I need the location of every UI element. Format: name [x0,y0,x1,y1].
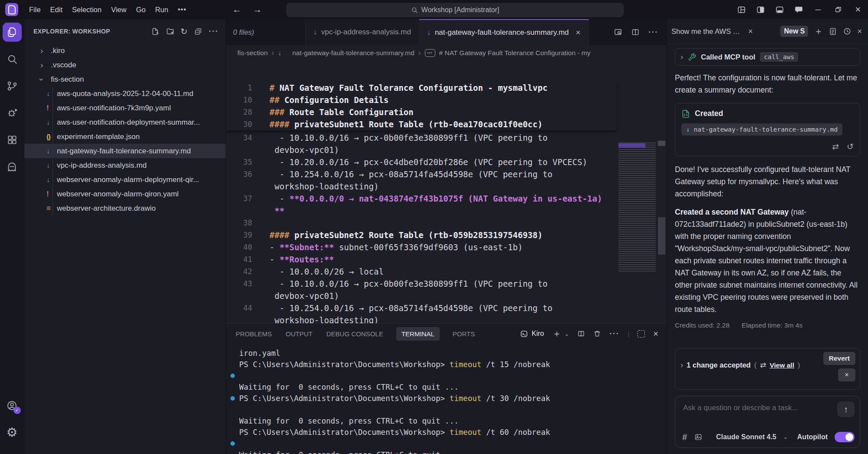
breadcrumb-folder[interactable]: fis-section [237,49,268,57]
split-editor-icon[interactable] [631,28,640,36]
toggle-sidebar-icon[interactable] [751,0,770,19]
chevron-down-icon[interactable]: ⌄ [783,434,788,440]
chat-session-tab[interactable]: Show me the AWS CLI ... [671,27,744,36]
window-restore-button[interactable] [828,0,848,19]
context-hash-icon[interactable]: # [682,432,687,442]
settings-gear-icon[interactable]: ⚙ [3,423,22,442]
tab-partial[interactable]: 0 files) [226,19,306,45]
explorer-activity-icon[interactable] [3,23,22,42]
tree-row[interactable]: .vscode [24,58,226,72]
close-panel-icon[interactable]: × [653,329,658,339]
undo-icon[interactable]: ↺ [847,142,854,152]
breadcrumb-symbol[interactable]: # NAT Gateway Fault Tolerance Configurat… [439,49,591,57]
chat-input[interactable] [682,403,827,413]
panel-tab[interactable]: OUTPUT [285,328,313,340]
editor-tab[interactable]: vpc-ip-address-analysis.md [306,19,419,45]
close-chat-panel-icon[interactable]: × [857,27,862,36]
kill-terminal-icon[interactable] [593,330,601,338]
terminal-instance[interactable]: Kiro [520,330,544,338]
tree-row[interactable]: nat-gateway-fault-tolerance-summary.md [24,144,226,158]
search-activity-icon[interactable] [3,50,22,69]
nav-forward-icon[interactable]: → [253,4,262,15]
panel-tab[interactable]: PORTS [452,328,476,340]
add-session-icon[interactable]: ＋ [814,25,823,37]
diff-icon[interactable]: ⇄ [832,142,839,152]
code-editor[interactable]: 1 # NAT Gateway Fault Tolerance Configur… [226,80,667,323]
dismiss-changes-button[interactable]: × [838,368,855,381]
line-number [226,290,252,302]
menu-item[interactable]: Selection [67,3,106,16]
expand-chevron-icon[interactable]: › [681,53,683,62]
toggle-panel-icon[interactable] [770,0,789,19]
breadcrumb-file[interactable]: nat-gateway-fault-tolerance-summary.md [292,49,414,57]
chat-bubble-icon[interactable] [789,0,808,19]
extensions-icon[interactable] [3,130,22,149]
revert-button[interactable]: Revert [823,352,855,365]
editor-more-icon[interactable]: ··· [648,28,658,36]
new-terminal-icon[interactable]: ＋ [552,328,562,340]
sticky-scroll[interactable]: 1 # NAT Gateway Fault Tolerance Configur… [226,80,617,131]
tree-row[interactable]: experiment-template.json [24,129,226,144]
tree-row[interactable]: aws-quota-analysis-2025-12-04-00-11.md [24,86,226,101]
kiro-ghost-icon[interactable] [3,157,22,176]
menu-more-button[interactable]: ••• [173,3,191,16]
window-minimize-button[interactable]: ─ [808,0,828,19]
line-number: 35 [226,156,252,168]
open-preview-icon[interactable] [614,28,622,36]
panel-tab[interactable]: DEBUG CONSOLE [326,328,384,340]
panel-tab[interactable]: TERMINAL [396,327,440,341]
window-close-button[interactable]: × [848,0,868,19]
scrollbar-thumb[interactable] [658,217,665,255]
terminal-dropdown-icon[interactable]: ⌄ [565,331,569,337]
new-folder-icon[interactable] [166,27,174,36]
expand-chevron-icon[interactable]: › [681,361,683,370]
attach-image-icon[interactable] [694,433,703,441]
history-icon[interactable] [843,27,852,36]
send-button[interactable]: ↑ [837,401,855,417]
layout-customize-icon[interactable] [732,0,751,19]
terminal-output[interactable]: iron.yaml PS C:\Users\Administrator\Docu… [226,344,658,454]
editor-tab[interactable]: nat-gateway-fault-tolerance-summary.md × [419,19,589,45]
tree-row[interactable]: webserver-anomaly-alarm-qiron.yaml [24,187,226,201]
command-center-search[interactable]: Workshop [Administrator] [286,3,624,17]
mcp-tool-row[interactable]: › Called MCP tool call_aws [675,48,860,66]
new-session-button[interactable]: New S [780,26,808,37]
run-debug-icon[interactable] [3,103,22,123]
autopilot-label: Autopilot [797,433,828,441]
panel-more-icon[interactable]: ··· [609,329,619,338]
created-file-chip[interactable]: ↓ nat-gateway-fault-tolerance-summary.md [681,123,842,136]
maximize-panel-icon[interactable] [638,330,645,338]
menu-item[interactable]: Go [131,3,150,16]
tab-close-icon[interactable]: × [576,28,581,37]
split-terminal-icon[interactable] [577,330,585,338]
tree-row[interactable]: webserver-architecture.drawio [24,201,226,215]
menu-item[interactable]: View [106,3,131,16]
minimap[interactable] [618,141,656,323]
refresh-icon[interactable]: ↻ [181,27,187,36]
explorer-more-icon[interactable]: ··· [209,27,219,36]
model-selector[interactable]: Claude Sonnet 4.5 [716,433,776,441]
collapse-all-icon[interactable] [194,27,202,36]
panel-tab[interactable]: PROBLEMS [235,328,273,340]
new-file-icon[interactable] [151,27,159,36]
close-session-icon[interactable]: × [748,27,753,36]
menu-item[interactable]: File [24,3,46,16]
tree-row[interactable]: webserver-anomaly-alarm-deployment-qir..… [24,172,226,187]
view-all-link[interactable]: View all [769,361,794,369]
tree-row[interactable]: aws-user-notification-7k3m9p.yaml [24,101,226,115]
tree-row[interactable]: vpc-ip-address-analysis.md [24,158,226,172]
editor-scrollbar[interactable] [657,141,667,323]
sticky-line: 10 ## Configuration Details [226,94,617,106]
line-number: 37 [226,192,252,205]
nav-back-icon[interactable]: ← [233,4,242,15]
tree-row[interactable]: fis-section [24,72,226,86]
menu-item[interactable]: Edit [46,3,67,16]
tree-row[interactable]: aws-user-notification-deployment-summar.… [24,115,226,129]
chat-input-box[interactable]: ↑ # Claude Sonnet 4.5 ⌄ Autopilot [675,396,860,448]
tree-row[interactable]: .kiro [24,43,226,58]
source-control-icon[interactable] [3,76,22,96]
task-list-icon[interactable] [829,27,837,36]
account-icon[interactable]: ✓ [3,396,22,415]
menu-item[interactable]: Run [150,3,173,16]
autopilot-toggle[interactable] [835,432,855,442]
